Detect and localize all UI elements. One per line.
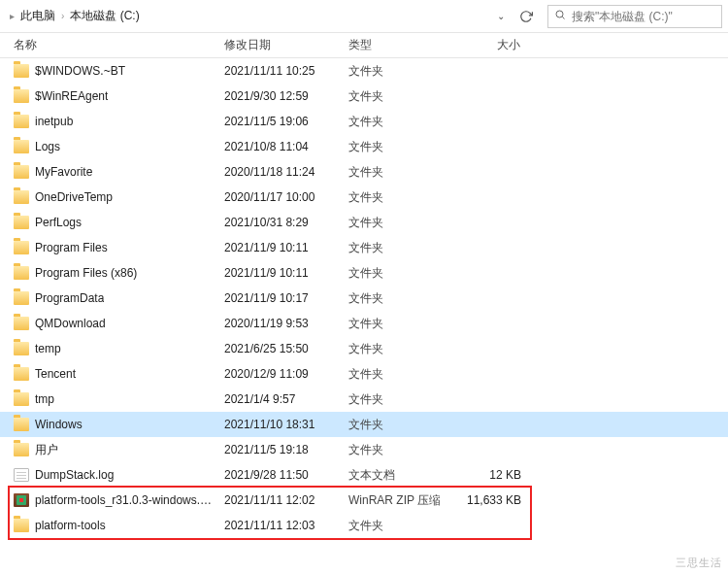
folder-icon [14, 266, 29, 280]
file-date: 2021/9/30 12:59 [218, 84, 343, 109]
file-type: 文件夹 [343, 159, 440, 185]
file-name: Windows [35, 418, 83, 431]
file-type: 文件夹 [343, 361, 440, 387]
file-type: WinRAR ZIP 压缩… [343, 488, 440, 513]
column-header-date[interactable]: 修改日期 [218, 33, 343, 57]
file-type: 文件夹 [343, 437, 440, 462]
file-type: 文件夹 [343, 58, 440, 84]
search-input[interactable] [572, 10, 717, 23]
file-size [440, 235, 527, 260]
column-header-size[interactable]: 大小 [440, 33, 527, 57]
file-type: 文件夹 [343, 84, 440, 109]
file-size [440, 260, 527, 286]
file-type: 文件夹 [343, 109, 440, 134]
archive-icon [14, 493, 29, 507]
file-row[interactable]: $WINDOWS.~BT2021/11/11 10:25文件夹 [0, 58, 728, 84]
folder-icon [14, 64, 29, 78]
file-name: Tencent [35, 367, 76, 381]
file-name: platform-tools [35, 519, 106, 532]
file-row[interactable]: QMDownload2020/11/19 9:53文件夹 [0, 311, 728, 336]
breadcrumb[interactable]: ▸ 此电脑 › 本地磁盘 (C:) ⌄ [6, 5, 513, 28]
file-type: 文件夹 [343, 513, 440, 538]
svg-line-1 [562, 17, 564, 18]
file-date: 2021/11/5 19:06 [218, 109, 343, 134]
file-size [440, 159, 527, 185]
file-type: 文件夹 [343, 235, 440, 260]
file-size: 12 KB [440, 462, 527, 488]
file-date: 2021/11/9 10:11 [218, 235, 343, 260]
file-row[interactable]: Tencent2020/12/9 11:09文件夹 [0, 361, 728, 387]
file-name: $WINDOWS.~BT [35, 64, 125, 78]
file-type: 文件夹 [343, 387, 440, 412]
file-date: 2021/1/4 9:57 [218, 387, 343, 412]
refresh-button[interactable] [513, 5, 540, 28]
file-name: $WinREAgent [35, 89, 108, 103]
breadcrumb-seg-drive[interactable]: 本地磁盘 (C:) [70, 8, 139, 24]
file-size [440, 336, 527, 361]
file-type: 文本文档 [343, 462, 440, 488]
file-name: OneDriveTemp [35, 190, 113, 204]
folder-icon [14, 418, 29, 431]
file-row[interactable]: tmp2021/1/4 9:57文件夹 [0, 387, 728, 412]
watermark: 三思生活 [676, 556, 722, 570]
chevron-right-icon: › [61, 11, 64, 21]
file-row[interactable]: OneDriveTemp2020/11/17 10:00文件夹 [0, 185, 728, 210]
file-type: 文件夹 [343, 286, 440, 311]
search-icon [554, 9, 566, 23]
svg-point-0 [556, 11, 563, 17]
file-row[interactable]: platform-tools2021/11/11 12:03文件夹 [0, 513, 728, 538]
file-type: 文件夹 [343, 134, 440, 159]
file-name: DumpStack.log [35, 468, 114, 482]
file-row[interactable]: $WinREAgent2021/9/30 12:59文件夹 [0, 84, 728, 109]
file-row[interactable]: DumpStack.log2021/9/28 11:50文本文档12 KB [0, 462, 728, 488]
search-box[interactable] [547, 5, 722, 28]
folder-icon [14, 342, 29, 355]
file-row[interactable]: PerfLogs2021/10/31 8:29文件夹 [0, 210, 728, 235]
folder-icon [14, 443, 29, 456]
file-size: 11,633 KB [440, 488, 527, 513]
file-name: QMDownload [35, 317, 106, 330]
breadcrumb-seg-pc[interactable]: 此电脑 [20, 8, 55, 24]
folder-icon [14, 291, 29, 305]
file-date: 2021/11/11 12:03 [218, 513, 343, 538]
folder-icon [14, 165, 29, 179]
file-date: 2021/11/9 10:11 [218, 260, 343, 286]
folder-icon [14, 89, 29, 103]
folder-icon [14, 519, 29, 532]
file-row[interactable]: platform-tools_r31.0.3-windows.zip2021/1… [0, 488, 728, 513]
file-row[interactable]: Program Files2021/11/9 10:11文件夹 [0, 235, 728, 260]
folder-icon [14, 392, 29, 406]
file-list: $WINDOWS.~BT2021/11/11 10:25文件夹$WinREAge… [0, 58, 728, 538]
column-header-type[interactable]: 类型 [343, 33, 440, 57]
file-row[interactable]: Program Files (x86)2021/11/9 10:11文件夹 [0, 260, 728, 286]
file-date: 2021/6/25 15:50 [218, 336, 343, 361]
file-row[interactable]: inetpub2021/11/5 19:06文件夹 [0, 109, 728, 134]
column-header-name[interactable]: 名称 [0, 33, 218, 57]
file-name: temp [35, 342, 61, 355]
file-size [440, 109, 527, 134]
file-name: platform-tools_r31.0.3-windows.zip [35, 493, 213, 507]
file-type: 文件夹 [343, 260, 440, 286]
chevron-down-icon[interactable]: ⌄ [497, 11, 505, 21]
file-name: Logs [35, 140, 60, 153]
folder-icon [14, 216, 29, 229]
file-size [440, 58, 527, 84]
file-size [440, 387, 527, 412]
file-icon [14, 468, 29, 482]
chevron-right-icon: ▸ [10, 11, 15, 21]
file-size [440, 437, 527, 462]
file-date: 2020/12/9 11:09 [218, 361, 343, 387]
file-size [440, 134, 527, 159]
file-row[interactable]: Logs2021/10/8 11:04文件夹 [0, 134, 728, 159]
file-size [440, 513, 527, 538]
file-name: PerfLogs [35, 216, 82, 229]
file-name: tmp [35, 392, 54, 406]
file-name: Program Files (x86) [35, 266, 137, 280]
file-row[interactable]: ProgramData2021/11/9 10:17文件夹 [0, 286, 728, 311]
file-row[interactable]: 用户2021/11/5 19:18文件夹 [0, 437, 728, 462]
file-row[interactable]: MyFavorite2020/11/18 11:24文件夹 [0, 159, 728, 185]
file-type: 文件夹 [343, 336, 440, 361]
file-row[interactable]: Windows2021/11/10 18:31文件夹 [0, 412, 728, 437]
file-row[interactable]: temp2021/6/25 15:50文件夹 [0, 336, 728, 361]
file-date: 2020/11/19 9:53 [218, 311, 343, 336]
